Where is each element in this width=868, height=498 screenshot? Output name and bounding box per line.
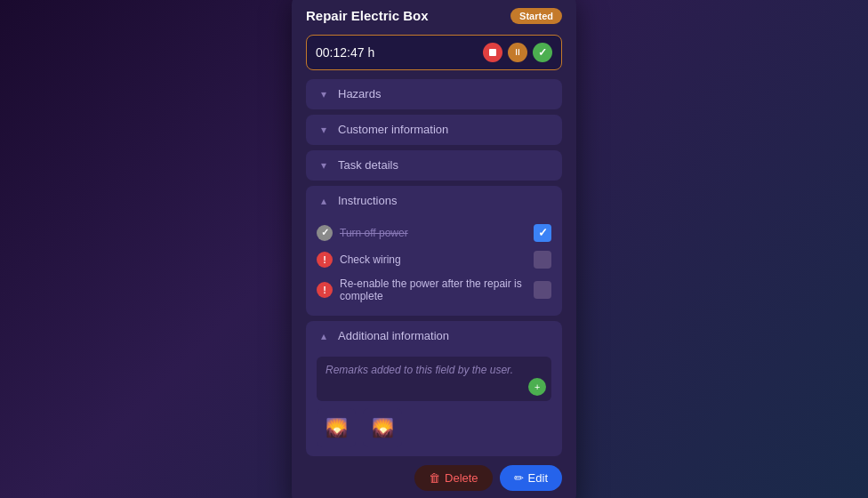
remarks-add-icon[interactable]: + (528, 378, 546, 396)
hazards-label: Hazards (338, 87, 381, 100)
edit-icon: ✏ (514, 471, 524, 485)
thumbnail-1[interactable]: 🌄 (317, 408, 356, 447)
checklist-item: ✓ Turn off power ✓ (317, 220, 551, 246)
additional-info-section-header[interactable]: ▴ Additional information (306, 321, 562, 351)
instructions-chevron: ▴ (317, 194, 331, 208)
image-thumbnails: 🌄 🌄 (317, 408, 551, 447)
checklist-checkbox-1[interactable]: ✓ (534, 224, 551, 242)
task-details-label: Task details (338, 158, 398, 172)
pause-button[interactable] (508, 43, 527, 62)
checklist-item: ! Re-enable the power after the repair i… (317, 273, 551, 307)
timer-controls (483, 43, 552, 62)
timer-bar: 00:12:47 h (306, 35, 562, 70)
card-footer: 🗑 Delete ✏ Edit (306, 465, 562, 491)
edit-button[interactable]: ✏ Edit (500, 465, 562, 491)
delete-icon: 🗑 (429, 471, 440, 485)
hazards-section: ▾ Hazards (306, 79, 562, 109)
additional-info-body: Remarks added to this field by the user.… (306, 351, 562, 456)
additional-info-chevron: ▴ (317, 329, 331, 343)
additional-info-label: Additional information (338, 329, 449, 342)
edit-label: Edit (528, 471, 548, 485)
checklist-checkbox-3[interactable] (534, 281, 551, 299)
item-icon-warning: ! (317, 282, 333, 298)
checklist-item: ! Check wiring (317, 246, 551, 273)
checklist-item-text: Check wiring (340, 253, 534, 266)
instructions-body: ✓ Turn off power ✓ ! Check wiring ! Re-e… (306, 216, 562, 316)
card-title: Repair Electric Box (306, 8, 429, 23)
stop-button[interactable] (483, 43, 502, 62)
task-details-chevron: ▾ (317, 158, 331, 173)
remarks-text: Remarks added to this field by the user. (326, 364, 513, 376)
card-header: Repair Electric Box Started (306, 8, 562, 24)
item-icon-warning: ! (317, 252, 333, 268)
delete-button[interactable]: 🗑 Delete (414, 465, 493, 491)
checklist-checkbox-2[interactable] (534, 251, 551, 269)
customer-info-chevron: ▾ (317, 123, 331, 137)
checklist-item-text: Turn off power (340, 227, 534, 239)
instructions-section: ▴ Instructions ✓ Turn off power ✓ ! Chec… (306, 186, 562, 316)
customer-info-section-header[interactable]: ▾ Customer information (306, 115, 562, 145)
customer-info-label: Customer information (338, 123, 448, 136)
task-details-section-header[interactable]: ▾ Task details (306, 150, 562, 181)
task-details-section: ▾ Task details (306, 150, 562, 181)
hazards-section-header[interactable]: ▾ Hazards (306, 79, 562, 109)
checklist-item-text: Re-enable the power after the repair is … (340, 277, 534, 302)
thumbnail-2[interactable]: 🌄 (363, 408, 402, 447)
instructions-section-header[interactable]: ▴ Instructions (306, 186, 562, 216)
instructions-label: Instructions (338, 194, 397, 207)
remarks-container: Remarks added to this field by the user.… (317, 357, 551, 401)
timer-value: 00:12:47 h (316, 45, 483, 60)
status-badge: Started (510, 8, 562, 24)
delete-label: Delete (445, 471, 478, 485)
hazards-chevron: ▾ (317, 87, 331, 101)
item-icon-done: ✓ (317, 225, 333, 241)
task-card: Repair Electric Box Started 00:12:47 h ▾… (292, 0, 576, 498)
customer-info-section: ▾ Customer information (306, 115, 562, 145)
additional-info-section: ▴ Additional information Remarks added t… (306, 321, 562, 456)
confirm-button[interactable] (533, 43, 552, 62)
